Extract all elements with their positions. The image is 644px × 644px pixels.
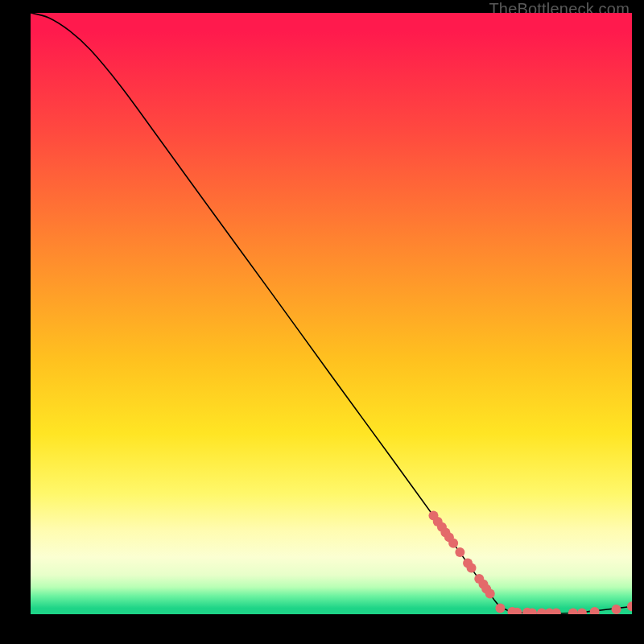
data-marker: [448, 539, 458, 548]
data-marker: [467, 563, 477, 572]
data-marker: [495, 604, 505, 613]
plot-area: [31, 13, 632, 614]
chart-frame: TheBottleneck.com: [0, 0, 644, 644]
data-marker: [612, 605, 621, 614]
gradient-background: [31, 13, 632, 614]
data-marker: [455, 547, 464, 557]
chart-svg: [31, 13, 632, 614]
data-marker: [485, 589, 495, 599]
